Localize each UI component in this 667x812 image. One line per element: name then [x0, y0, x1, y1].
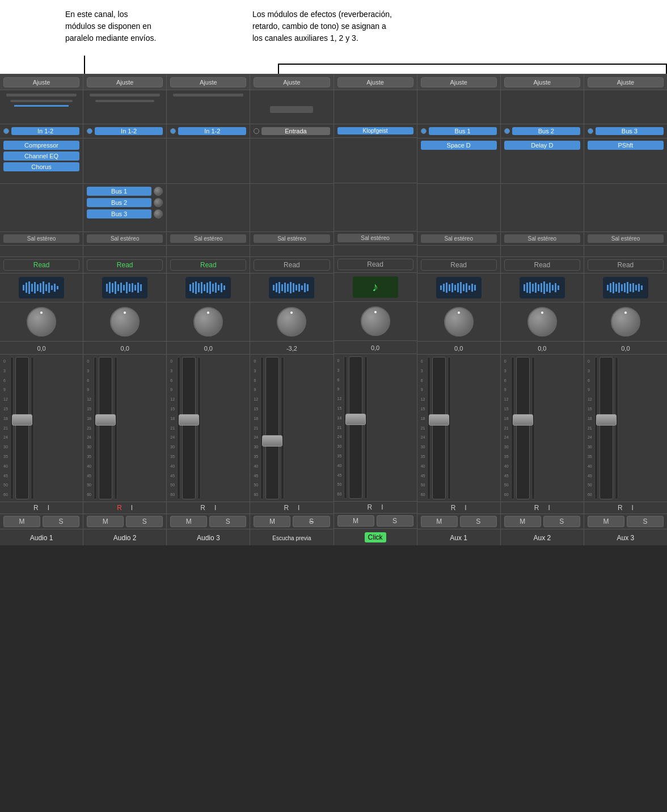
send-label-bus3[interactable]: Bus 3 — [87, 209, 151, 218]
plugin-pshft[interactable]: PShft — [588, 141, 664, 150]
pan-knob-aux1[interactable] — [444, 307, 474, 336]
r-button-aux3[interactable]: R — [615, 504, 625, 512]
m-button-escucha[interactable]: M — [254, 516, 290, 527]
m-button-audio1[interactable]: M — [3, 516, 40, 527]
s-button-escucha[interactable]: S — [293, 516, 330, 527]
m-button-aux2[interactable]: M — [504, 516, 541, 527]
read-button-aux3[interactable]: Read — [588, 259, 664, 271]
input-label-aux1[interactable]: Bus 1 — [429, 127, 497, 135]
ajuste-button-aux1[interactable]: Ajuste — [421, 77, 497, 87]
plugins-section-audio1: Compressor Channel EQ Chorus — [0, 138, 83, 184]
pan-knob-aux2[interactable] — [527, 307, 557, 336]
fader-handle-audio1[interactable] — [12, 414, 32, 426]
ajuste-button-audio3[interactable]: Ajuste — [170, 77, 246, 87]
input-label-click[interactable]: Klopfgeist — [337, 127, 413, 134]
m-button-aux1[interactable]: M — [421, 516, 458, 527]
s-button-audio2[interactable]: S — [126, 516, 163, 527]
svg-rect-80 — [613, 282, 614, 293]
r-button-aux2[interactable]: R — [532, 504, 542, 512]
send-label-bus2[interactable]: Bus 2 — [87, 198, 151, 207]
fader-section-aux3: 03691215182124303540455060 — [584, 355, 667, 502]
m-button-click[interactable]: M — [337, 515, 374, 527]
ajuste-button-aux3[interactable]: Ajuste — [588, 77, 664, 87]
read-button-audio3[interactable]: Read — [170, 259, 246, 271]
read-button-audio1[interactable]: Read — [3, 259, 79, 271]
fader-handle-escucha[interactable] — [262, 435, 282, 447]
send-knob-bus2[interactable] — [154, 198, 163, 207]
i-button-aux1[interactable]: I — [462, 504, 468, 512]
svg-rect-81 — [615, 284, 617, 292]
input-label-audio1[interactable]: In 1-2 — [11, 127, 79, 135]
m-button-aux3[interactable]: M — [588, 516, 624, 527]
input-stereo-indicator-audio2 — [87, 128, 92, 134]
s-button-audio1[interactable]: S — [43, 516, 79, 527]
s-button-audio3[interactable]: S — [209, 516, 246, 527]
svg-rect-46 — [293, 283, 294, 292]
fader-handle-click[interactable] — [345, 414, 366, 425]
channel-audio2: Ajuste In 1-2 Bus 1 Bus 2 Bus 3 — [83, 74, 167, 545]
fader-handle-aux3[interactable] — [596, 414, 617, 426]
i-button-aux3[interactable]: I — [630, 504, 636, 512]
input-label-escucha[interactable]: Entrada — [261, 127, 330, 135]
pan-knob-escucha[interactable] — [277, 307, 306, 336]
s-button-aux2[interactable]: S — [543, 516, 580, 527]
r-button-audio2[interactable]: R — [115, 504, 124, 512]
s-button-click[interactable]: S — [377, 515, 413, 527]
svg-rect-9 — [48, 283, 50, 293]
i-button-click[interactable]: I — [379, 503, 385, 511]
input-label-aux2[interactable]: Bus 2 — [512, 127, 580, 135]
plugin-spaced[interactable]: Space D — [421, 141, 497, 150]
i-button-aux2[interactable]: I — [546, 504, 552, 512]
pan-knob-aux3[interactable] — [611, 307, 640, 336]
ajuste-button-audio1[interactable]: Ajuste — [3, 77, 79, 87]
ajuste-button-escucha[interactable]: Ajuste — [254, 77, 330, 87]
vu-bar-left-aux2 — [511, 357, 514, 499]
fader-handle-audio3[interactable] — [179, 414, 199, 426]
svg-rect-75 — [552, 285, 554, 291]
pan-knob-audio1[interactable] — [27, 307, 56, 336]
r-button-audio3[interactable]: R — [198, 504, 208, 512]
i-button-escucha[interactable]: I — [295, 504, 302, 512]
ajuste-button-aux2[interactable]: Ajuste — [504, 77, 580, 87]
plugin-delayd[interactable]: Delay D — [504, 141, 580, 150]
fader-track-aux1 — [432, 357, 446, 499]
fader-handle-audio2[interactable] — [95, 414, 116, 426]
read-button-click[interactable]: Read — [337, 259, 413, 270]
s-button-aux1[interactable]: S — [460, 516, 497, 527]
input-label-audio3[interactable]: In 1-2 — [178, 127, 246, 135]
svg-rect-60 — [463, 284, 465, 291]
vol-value-escucha: -3,2 — [286, 345, 297, 352]
read-button-escucha[interactable]: Read — [254, 259, 330, 271]
r-button-aux1[interactable]: R — [449, 504, 458, 512]
output-label-click: Sal estéreo — [337, 234, 413, 242]
m-button-audio2[interactable]: M — [87, 516, 124, 527]
read-button-aux2[interactable]: Read — [504, 259, 580, 271]
read-button-audio2[interactable]: Read — [87, 259, 163, 271]
fader-handle-aux1[interactable] — [429, 414, 449, 426]
input-label-audio2[interactable]: In 1-2 — [95, 127, 163, 135]
i-button-audio2[interactable]: I — [129, 504, 135, 512]
send-knob-bus1[interactable] — [154, 187, 163, 196]
plugin-compressor[interactable]: Compressor — [3, 141, 79, 150]
i-button-audio3[interactable]: I — [212, 504, 218, 512]
ajuste-button-click[interactable]: Ajuste — [337, 77, 413, 87]
plugin-chorus[interactable]: Chorus — [3, 162, 79, 171]
read-button-aux1[interactable]: Read — [421, 259, 497, 271]
pan-knob-click[interactable] — [361, 306, 390, 336]
s-button-aux3[interactable]: S — [627, 516, 664, 527]
pan-knob-audio3[interactable] — [193, 307, 223, 336]
r-button-escucha[interactable]: R — [281, 504, 291, 512]
r-button-click[interactable]: R — [365, 503, 375, 511]
vol-value-section-click: 0,0 — [334, 341, 417, 354]
r-button-audio1[interactable]: R — [31, 504, 41, 512]
m-button-audio3[interactable]: M — [170, 516, 207, 527]
ajuste-button-audio2[interactable]: Ajuste — [87, 77, 163, 87]
fader-handle-aux2[interactable] — [513, 414, 533, 426]
send-label-bus1[interactable]: Bus 1 — [87, 187, 151, 196]
vu-bar-right-escucha — [281, 357, 284, 499]
i-button-audio1[interactable]: I — [45, 504, 52, 512]
send-knob-bus3[interactable] — [154, 209, 163, 218]
input-label-aux3[interactable]: Bus 3 — [596, 127, 664, 135]
plugin-channeleq[interactable]: Channel EQ — [3, 152, 79, 161]
pan-knob-audio2[interactable] — [110, 307, 140, 336]
